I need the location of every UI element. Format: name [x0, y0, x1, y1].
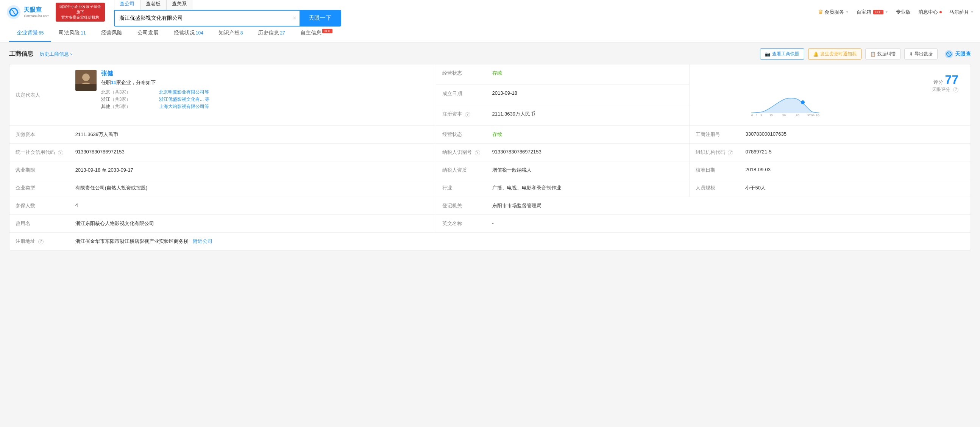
org-code-question[interactable]: ? — [728, 150, 733, 155]
info-table: 法定代表人 — [10, 64, 970, 250]
svg-rect-7 — [75, 84, 97, 91]
score-number: 77 — [945, 73, 958, 86]
former-name-value: 浙江东阳核心人物影视文化有限公司 — [69, 215, 436, 233]
user-link[interactable]: 马尔萨月 ▼ — [949, 9, 974, 16]
legal-rep-info: 张健 任职11家企业，分布如下 北京（共3家） 北京明翼影业有限公司等 浙江（共… — [101, 70, 210, 110]
reg-capital-label: 注册资本 ? — [436, 105, 486, 126]
svg-text:50: 50 — [782, 114, 786, 117]
tab-operational-status[interactable]: 经营状况104 — [166, 25, 211, 42]
header: 天眼查 TianYanCha.com 国家中小企业发展子基金旗下 官方备案企业征… — [0, 0, 980, 24]
avatar-image — [75, 70, 97, 91]
section-header: 工商信息 历史工商信息 › 📷 查看工商快照 🔔 发生变更时通知我 📋 数据纠错… — [9, 48, 971, 59]
header-right: ♛ 会员服务 ▼ 百宝箱 HOT ▼ 专业版 消息中心 马尔萨月 ▼ — [818, 8, 974, 16]
reg-capital-question[interactable]: ? — [465, 112, 470, 117]
former-name-row: 曾用名 浙江东阳核心人物影视文化有限公司 英文名称 - — [10, 215, 970, 233]
credit-code-row: 统一社会信用代码 ? 913307830786972153 纳税人识别号 ? 9… — [10, 143, 970, 161]
member-service-link[interactable]: ♛ 会员服务 ▼ — [818, 8, 849, 16]
camera-snapshot-btn[interactable]: 📷 查看工商快照 — [760, 48, 804, 59]
svg-text:0: 0 — [751, 114, 753, 117]
treasure-link[interactable]: 百宝箱 HOT ▼ — [857, 9, 888, 16]
tab-company-background[interactable]: 企业背景65 — [9, 25, 51, 42]
gov-badge: 国家中小企业发展子基金旗下 官方备案企业征信机构 — [56, 3, 105, 22]
camera-icon: 📷 — [765, 51, 771, 57]
legal-rep-label: 法定代表人 — [10, 64, 69, 126]
org-code-value: 07869721-5 — [739, 143, 970, 161]
biz-status-label-2: 经营状态 — [436, 126, 486, 143]
approved-date-label: 核准日期 — [689, 161, 739, 179]
notify-btn[interactable]: 🔔 发生变更时通知我 — [808, 48, 861, 59]
svg-text:100: 100 — [816, 114, 819, 117]
reg-authority-value: 东阳市市场监督管理局 — [486, 197, 970, 215]
location-other-company[interactable]: 上海大昀影视有限公司等 — [159, 104, 209, 110]
logo: 天眼查 TianYanCha.com — [6, 5, 49, 20]
self-info-hot: HOT — [322, 29, 332, 33]
address-question[interactable]: ? — [38, 239, 43, 244]
industry-label: 行业 — [436, 179, 486, 197]
established-value: 2013-09-18 — [486, 84, 690, 105]
insured-row: 参保人数 4 登记机关 东阳市市场监督管理局 — [10, 197, 970, 215]
search-box: × 天眼一下 — [114, 10, 341, 27]
tab-ip[interactable]: 知识产权8 — [211, 25, 251, 42]
search-button[interactable]: 天眼一下 — [299, 11, 340, 26]
tab-judicial-risk[interactable]: 司法风险11 — [51, 25, 93, 42]
search-tabs: 查公司 查老板 查关系 — [114, 0, 341, 10]
nearby-company-link[interactable]: 附近公司 — [193, 238, 212, 244]
export-btn[interactable]: ⬇ 导出数据 — [904, 48, 938, 59]
tab-history[interactable]: 历史信息27 — [250, 25, 292, 42]
logo-icon — [6, 5, 21, 20]
svg-point-8 — [801, 100, 805, 104]
approved-date-value: 2018-09-03 — [739, 161, 970, 179]
error-btn[interactable]: 📋 数据纠错 — [865, 48, 900, 59]
message-link[interactable]: 消息中心 — [918, 9, 942, 16]
score-section: 评分 77 天眼评分 ? — [745, 70, 964, 120]
svg-text:97: 97 — [807, 114, 811, 117]
error-icon: 📋 — [870, 51, 876, 57]
svg-text:15: 15 — [770, 114, 773, 117]
history-info-link[interactable]: 历史工商信息 › — [40, 51, 72, 57]
search-tab-company[interactable]: 查公司 — [114, 0, 140, 10]
biz-status-label: 经营状态 — [436, 64, 486, 84]
tianyan-score-question[interactable]: ? — [953, 87, 958, 92]
tianyan-score-label — [689, 64, 739, 126]
chevron-down-icon-2: ▼ — [885, 10, 888, 14]
logo-domain: TianYanCha.com — [24, 14, 49, 18]
search-tab-boss[interactable]: 查老板 — [140, 0, 166, 10]
staff-size-value: 小于50人 — [739, 179, 970, 197]
address-row: 注册地址 ? 浙江省金华市东阳市浙江横店影视产业实验区商务楼 附近公司 — [10, 233, 970, 250]
svg-text:85: 85 — [796, 114, 799, 117]
org-code-label: 组织机构代码 ? — [689, 143, 739, 161]
tianyan-brand-name: 天眼查 — [955, 51, 971, 57]
paid-capital-row: 实缴资本 2111.3639万人民币 经营状态 存续 工商注册号 3307830… — [10, 126, 970, 143]
pro-link[interactable]: 专业版 — [896, 9, 911, 16]
legal-rep-name[interactable]: 张健 — [101, 70, 113, 76]
biz-status-value-2: 存续 — [486, 126, 690, 143]
reg-authority-label: 登记机关 — [436, 197, 486, 215]
main-content: 工商信息 历史工商信息 › 📷 查看工商快照 🔔 发生变更时通知我 📋 数据纠错… — [0, 43, 980, 257]
rep-count: 11 — [111, 80, 116, 85]
search-input[interactable] — [115, 11, 299, 26]
location-zhejiang-region: 浙江（共3家） — [101, 96, 151, 103]
taxpayer-type-value: 增值税一般纳税人 — [486, 161, 690, 179]
chevron-down-icon: ▼ — [845, 10, 849, 14]
tab-self-info[interactable]: 自主信息HOT — [293, 25, 340, 42]
score-chart-svg: 0 1 3 15 50 85 97 99 100 — [751, 96, 819, 117]
logo-text: 天眼查 — [24, 6, 49, 14]
tax-id-question[interactable]: ? — [475, 150, 480, 155]
bell-icon: 🔔 — [813, 51, 819, 57]
location-beijing-company[interactable]: 北京明翼影业有限公司等 — [159, 89, 209, 96]
notification-dot — [939, 11, 942, 13]
credit-code-question[interactable]: ? — [58, 150, 63, 155]
chevron-down-icon-3: ▼ — [970, 10, 974, 14]
tab-operational-risk[interactable]: 经营风险 — [94, 25, 130, 42]
credit-code-label: 统一社会信用代码 ? — [10, 143, 69, 161]
score-chart: 0 1 3 15 50 85 97 99 100 — [751, 96, 958, 118]
biz-status-value: 存续 — [486, 64, 690, 84]
search-tab-relation[interactable]: 查关系 — [166, 0, 192, 10]
location-zhejiang-company[interactable]: 浙江优盛影视文化有... 等 — [159, 96, 209, 103]
insured-label: 参保人数 — [10, 197, 69, 215]
tab-company-development[interactable]: 公司发展 — [130, 25, 166, 42]
company-type-row: 企业类型 有限责任公司(自然人投资或控股) 行业 广播、电视、电影和录音制作业 … — [10, 179, 970, 197]
search-area: 查公司 查老板 查关系 × 天眼一下 — [114, 0, 341, 27]
search-clear-icon[interactable]: × — [293, 15, 296, 22]
hot-badge: HOT — [873, 10, 883, 14]
